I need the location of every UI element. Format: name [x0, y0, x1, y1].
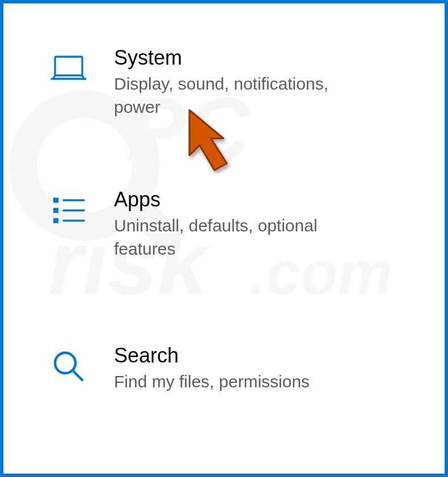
- settings-tile-apps[interactable]: Apps Uninstall, defaults, optional featu…: [3, 188, 445, 260]
- svg-rect-8: [53, 218, 58, 223]
- laptop-icon: [37, 46, 100, 89]
- settings-tile-text: Apps Uninstall, defaults, optional featu…: [100, 188, 375, 260]
- tile-title: Apps: [114, 188, 375, 211]
- settings-tile-text: Search Find my files, permissions: [100, 344, 375, 394]
- tile-description: Find my files, permissions: [114, 370, 375, 394]
- tile-description: Display, sound, notifications, power: [114, 73, 375, 119]
- tile-title: Search: [114, 344, 375, 367]
- search-icon: [37, 344, 100, 387]
- apps-list-icon: [37, 188, 100, 231]
- settings-tile-system[interactable]: System Display, sound, notifications, po…: [3, 46, 445, 119]
- svg-rect-5: [55, 57, 82, 75]
- settings-categories-panel: PC risk .com System Display, sound, noti…: [0, 0, 448, 477]
- tile-description: Uninstall, defaults, optional features: [114, 214, 375, 260]
- tile-title: System: [114, 46, 375, 69]
- settings-tile-search[interactable]: Search Find my files, permissions: [3, 344, 445, 394]
- svg-line-13: [73, 371, 83, 381]
- settings-tile-text: System Display, sound, notifications, po…: [100, 46, 375, 119]
- svg-rect-7: [53, 208, 58, 213]
- svg-rect-6: [53, 198, 58, 203]
